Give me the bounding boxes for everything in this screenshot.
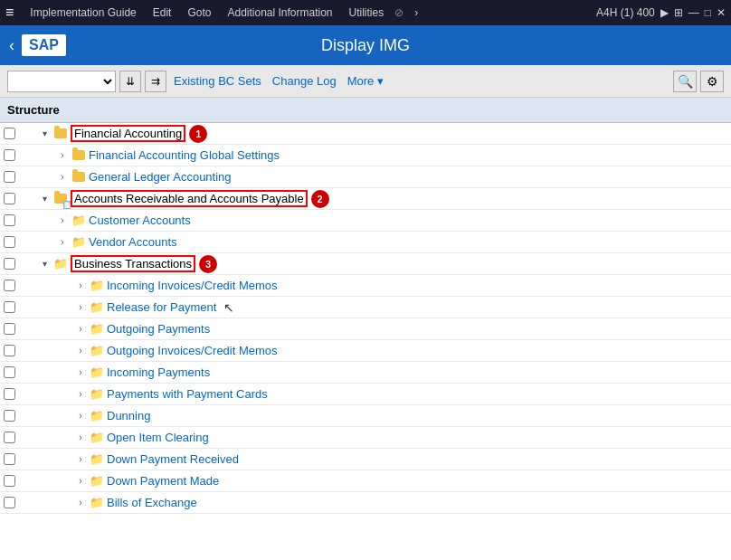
financial-accounting-highlight: Financial Accounting	[71, 125, 185, 142]
row-checkbox[interactable]	[0, 190, 18, 208]
open-item-clearing-label[interactable]: Open Item Clearing	[105, 431, 209, 444]
menu-right-icons: A4H (1) 400 ▶ ⊞ — □ ✕	[596, 6, 726, 19]
bills-of-exchange-label[interactable]: Bills of Exchange	[105, 496, 197, 509]
folder-doc-icon: 📁	[89, 365, 105, 381]
search-icon: 🔍	[678, 74, 693, 89]
back-button[interactable]: ‹	[9, 36, 14, 55]
expand-financial-accounting[interactable]: ▾	[36, 126, 52, 142]
row-checkbox[interactable]	[0, 385, 18, 403]
badge-3: 3	[199, 255, 217, 273]
tree-row: › 📁 Incoming Invoices/Credit Memos	[0, 275, 731, 297]
page-title: Display IMG	[321, 36, 410, 55]
general-ledger-label[interactable]: General Ledger Accounting	[87, 170, 232, 184]
change-log-link[interactable]: Change Log	[269, 74, 340, 88]
menu-item-utilities[interactable]: Utilities	[342, 5, 392, 21]
row-checkbox[interactable]	[0, 277, 18, 295]
expand-dp-received[interactable]: ›	[72, 451, 89, 468]
search-button[interactable]: 🔍	[673, 71, 697, 92]
incoming-payments-label[interactable]: Incoming Payments	[105, 365, 210, 379]
expand-dunning[interactable]: ›	[72, 408, 89, 424]
menu-item-arrow[interactable]: ›	[407, 5, 425, 21]
tree-row: › 📁 Down Payment Made	[0, 470, 731, 492]
settings-button[interactable]: ⚙	[700, 71, 724, 92]
financial-accounting-label[interactable]: Financial Accounting	[69, 125, 185, 142]
business-transactions-label[interactable]: Business Transactions	[69, 255, 195, 272]
expand-outgoing-pay[interactable]: ›	[72, 321, 89, 337]
badge-1: 1	[189, 125, 207, 143]
payment-cards-label[interactable]: Payments with Payment Cards	[105, 387, 268, 401]
folder-icon	[52, 126, 69, 142]
row-checkbox[interactable]	[0, 320, 18, 338]
incoming-invoices-label[interactable]: Incoming Invoices/Credit Memos	[105, 279, 278, 292]
expand-all-button[interactable]: ⇉	[145, 71, 166, 92]
row-checkbox[interactable]	[0, 299, 18, 317]
row-checkbox[interactable]	[0, 233, 18, 252]
tree-row: › Financial Accounting Global Settings	[0, 145, 731, 166]
more-chevron-icon: ▾	[374, 74, 384, 88]
down-payment-made-label[interactable]: Down Payment Made	[105, 474, 219, 488]
more-link[interactable]: More ▾	[344, 74, 387, 88]
hamburger-menu[interactable]: ≡	[5, 5, 14, 21]
row-checkbox[interactable]	[0, 212, 18, 230]
row-checkbox[interactable]	[0, 168, 18, 186]
expand-payment-cards[interactable]: ›	[72, 386, 89, 403]
row-checkbox[interactable]	[0, 451, 18, 469]
dunning-label[interactable]: Dunning	[105, 409, 150, 422]
expand-bills[interactable]: ›	[72, 495, 89, 511]
expand-biz[interactable]: ▾	[36, 256, 52, 272]
expand-incoming-pay[interactable]: ›	[72, 365, 89, 381]
existing-bc-sets-link[interactable]: Existing BC Sets	[170, 74, 265, 88]
minimize-icon[interactable]: —	[688, 6, 699, 19]
toolbar-select[interactable]	[7, 71, 116, 92]
row-checkbox-financial-accounting[interactable]	[0, 125, 18, 143]
arap-label[interactable]: Accounts Receivable and Accounts Payable	[69, 190, 308, 207]
row-checkbox[interactable]	[0, 407, 18, 425]
row-checkbox[interactable]	[0, 255, 18, 273]
record-icon[interactable]: ▶	[660, 6, 669, 19]
row-checkbox[interactable]	[0, 472, 18, 490]
tree-row: › 📁 Customer Accounts	[0, 210, 731, 232]
fa-global-settings-label[interactable]: Financial Accounting Global Settings	[87, 148, 280, 162]
expand-vendor[interactable]: ›	[54, 234, 71, 251]
row-checkbox[interactable]	[0, 429, 18, 447]
expand-release[interactable]: ›	[72, 299, 89, 316]
tree-row: › 📁 Bills of Exchange	[0, 492, 731, 514]
expand-fa-global[interactable]: ›	[54, 147, 71, 164]
outgoing-invoices-label[interactable]: Outgoing Invoices/Credit Memos	[105, 344, 278, 357]
expand-dp-made[interactable]: ›	[72, 473, 89, 489]
expand-open-clearing[interactable]: ›	[72, 430, 89, 446]
grid-icon[interactable]: ⊞	[674, 6, 683, 19]
expand-outgoing-inv[interactable]: ›	[72, 343, 89, 359]
menu-item-add-info[interactable]: Additional Information	[220, 5, 339, 21]
expand-customer[interactable]: ›	[54, 213, 71, 229]
menu-item-goto[interactable]: Goto	[180, 5, 218, 21]
tree-row: › 📁 Outgoing Invoices/Credit Memos	[0, 340, 731, 362]
folder-doc-icon: 📁	[89, 473, 105, 489]
folder-doc-icon: 📁	[89, 495, 105, 511]
expand-arap[interactable]: ▾	[36, 191, 52, 207]
customer-accounts-label[interactable]: Customer Accounts	[87, 214, 191, 227]
vendor-accounts-label[interactable]: Vendor Accounts	[87, 235, 177, 249]
row-checkbox[interactable]	[0, 342, 18, 360]
sap-logo: SAP	[22, 34, 66, 56]
structure-header: Structure	[0, 98, 731, 123]
row-checkbox[interactable]	[0, 147, 18, 165]
expand-gl[interactable]: ›	[54, 169, 71, 185]
folder-doc-icon: 📁	[89, 386, 105, 403]
collapse-icon: ⇊	[126, 75, 135, 88]
row-checkbox[interactable]	[0, 364, 18, 382]
release-payment-label[interactable]: Release for Payment	[105, 300, 216, 314]
tree-row: › 📁 Dunning	[0, 405, 731, 427]
menu-item-impl-guide[interactable]: Implementation Guide	[23, 5, 143, 21]
row-checkbox[interactable]	[0, 494, 18, 512]
close-icon[interactable]: ✕	[717, 6, 726, 19]
menu-item-edit[interactable]: Edit	[146, 5, 179, 21]
collapse-all-button[interactable]: ⇊	[119, 71, 141, 92]
system-info: A4H (1) 400	[596, 6, 655, 19]
down-payment-received-label[interactable]: Down Payment Received	[105, 452, 239, 466]
expand-incoming-inv[interactable]: ›	[72, 278, 89, 294]
tree-row: › 📁 Vendor Accounts	[0, 232, 731, 253]
maximize-icon[interactable]: □	[705, 6, 711, 19]
outgoing-payments-label[interactable]: Outgoing Payments	[105, 322, 210, 336]
folder-icon	[71, 169, 87, 185]
